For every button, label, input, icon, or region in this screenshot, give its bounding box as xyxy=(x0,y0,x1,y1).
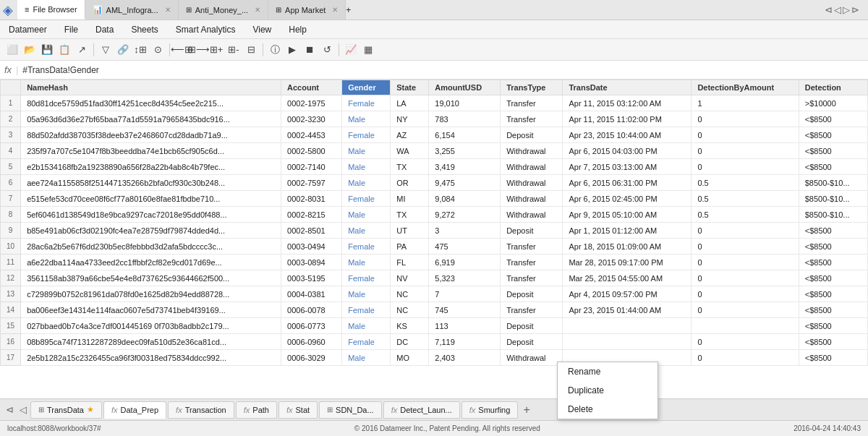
row-number: 3 xyxy=(1,127,21,143)
save-as-button[interactable]: 📋 xyxy=(56,42,72,58)
nav-prev[interactable]: ◁ xyxy=(834,4,841,15)
row-number: 10 xyxy=(1,239,21,255)
revert-button[interactable]: ↺ xyxy=(319,42,335,58)
table-row[interactable]: 5 e2b1534168fb2a19238890a656f28a22b4ab8c… xyxy=(1,159,868,175)
table-row[interactable]: 15 027bbaed0b7c4a3ce7df001445169 0f703b8… xyxy=(1,318,868,334)
table-row[interactable]: 6 aee724a1155858f251447135266b2bfa0cf930… xyxy=(1,175,868,191)
menu-datameer[interactable]: Datameer xyxy=(6,23,50,36)
cell-state: TX xyxy=(391,207,429,223)
data-grid[interactable]: NameHash Account Gender State AmountUSD … xyxy=(0,80,868,398)
nav-first[interactable]: ⊲ xyxy=(825,4,833,15)
cell-amountusd: 7 xyxy=(429,286,501,302)
filter-button[interactable]: ▽ xyxy=(98,42,114,58)
table-row[interactable]: 10 28ac6a2b5e67f6dd230b5ec8febbbd3d2afa5… xyxy=(1,239,868,255)
cell-transtype: Transfer xyxy=(501,111,563,127)
stop-button[interactable]: ⏹ xyxy=(302,42,318,58)
cell-detection: <$8500 xyxy=(799,286,867,302)
toolbar: ⬜ 📂 💾 📋 ↗ ▽ 🔗 ↕⊞ ⊙ ⟵⊞ ⊞⟶ ⊞+ ⊞- ⊟ ⓘ ▶ ⏹ ↺… xyxy=(0,39,868,61)
table-row[interactable]: 16 08b895ca74f71312287289deec09fa510d52e… xyxy=(1,334,868,350)
table-row[interactable]: 11 a6e22dba114aa4733eed2cc1ffbbf2cf82e9c… xyxy=(1,255,868,270)
col-left-button[interactable]: ⟵⊞ xyxy=(174,42,190,58)
col-transtype[interactable]: TransType xyxy=(501,80,563,95)
add-col-button[interactable]: ⊞+ xyxy=(208,42,224,58)
chart-button[interactable]: 📈 xyxy=(343,42,359,58)
open-button[interactable]: 📂 xyxy=(22,42,38,58)
cell-detectionbyamount: 0 xyxy=(692,143,799,159)
cell-transtype: Deposit xyxy=(501,318,563,334)
cell-namehash: 08b895ca74f71312287289deec09fa510d52e36c… xyxy=(21,334,281,350)
tab-close-icon[interactable]: ✕ xyxy=(165,6,171,14)
tab-aml-infogra[interactable]: 📊 AML_Infogra... ✕ xyxy=(85,0,179,20)
col-namehash[interactable]: NameHash xyxy=(21,80,281,95)
cell-detection: <$8500 xyxy=(799,143,867,159)
cell-detection: <$8500 xyxy=(799,159,867,175)
table-row[interactable]: 14 ba006eef3e14314e114faac0607e5d73741be… xyxy=(1,302,868,318)
col-type-button[interactable]: ⊟ xyxy=(243,42,259,58)
cell-detection: <$8500 xyxy=(799,350,867,366)
cell-account: 0006-0773 xyxy=(281,318,342,334)
tab-label: File Browser xyxy=(33,5,77,14)
ctx-duplicate[interactable]: Duplicate xyxy=(558,381,658,398)
add-tab-button[interactable]: + xyxy=(346,5,351,15)
new-button[interactable]: ⬜ xyxy=(4,42,20,58)
cell-state: FL xyxy=(391,255,429,270)
cell-transtype: Withdrawal xyxy=(501,191,563,207)
ctx-rename[interactable]: Rename xyxy=(558,362,658,381)
menu-help[interactable]: Help xyxy=(286,23,310,36)
menu-file[interactable]: File xyxy=(61,23,81,36)
cell-detectionbyamount: 0 xyxy=(692,223,799,239)
tab-label: App Market xyxy=(285,6,326,14)
bar-chart-button[interactable]: ▦ xyxy=(360,42,376,58)
table-row[interactable]: 1 80d81dce5759d51fad30ff14251cec8d4354c5… xyxy=(1,95,868,111)
cell-namehash: c729899b0752c81961da078fd0e1625d82b94edd… xyxy=(21,286,281,302)
cell-detectionbyamount: 0 xyxy=(692,239,799,255)
col-account[interactable]: Account xyxy=(281,80,342,95)
cell-transdate: Apr 6, 2015 04:03:00 PM xyxy=(563,143,692,159)
table-row[interactable]: 2 05a963d6d36e27bf65baa77a1d5591a7965843… xyxy=(1,111,868,127)
row-number: 7 xyxy=(1,191,21,207)
menu-smart-analytics[interactable]: Smart Analytics xyxy=(173,23,239,36)
menu-view[interactable]: View xyxy=(250,23,274,36)
col-gender[interactable]: Gender xyxy=(342,80,391,95)
nav-last[interactable]: ⊳ xyxy=(851,4,859,15)
table-row[interactable]: 17 2e5b1282a15c2326455ca96f3f00318ed7583… xyxy=(1,350,868,366)
row-number: 11 xyxy=(1,255,21,270)
menu-sheets[interactable]: Sheets xyxy=(128,23,161,36)
table-row[interactable]: 8 5ef60461d138549d18e9bca9297cac72018e95… xyxy=(1,207,868,223)
table-row[interactable]: 7 e515efe53cd70cee08f6cf77a80160e8fae81f… xyxy=(1,191,868,207)
cell-detection: <$8500 xyxy=(799,302,867,318)
col-detection[interactable]: Detection xyxy=(799,80,867,95)
settings-button[interactable]: ⊙ xyxy=(150,42,166,58)
cell-state: MO xyxy=(391,350,429,366)
cell-namehash: a6e22dba114aa4733eed2cc1ffbbf2cf82e9cd01… xyxy=(21,255,281,270)
save-button[interactable]: 💾 xyxy=(39,42,55,58)
export-button[interactable]: ↗ xyxy=(74,42,90,58)
table-row[interactable]: 9 b85e491ab06cf3d02190fc4ea7e28759df7987… xyxy=(1,223,868,239)
info-button[interactable]: ⓘ xyxy=(267,42,283,58)
cell-detection: <$8500 xyxy=(799,334,867,350)
sep3 xyxy=(263,43,263,56)
nav-next[interactable]: ▷ xyxy=(843,4,850,15)
menu-data[interactable]: Data xyxy=(93,23,116,36)
col-state[interactable]: State xyxy=(391,80,429,95)
col-right-button[interactable]: ⊞⟶ xyxy=(191,42,207,58)
link-button[interactable]: 🔗 xyxy=(115,42,131,58)
table-row[interactable]: 12 3561158ab3879a66cbe54e4e8d737625c9364… xyxy=(1,270,868,286)
tab-anti-money[interactable]: ⊞ Anti_Money_... ✕ xyxy=(179,0,268,20)
tab-close-icon[interactable]: ✕ xyxy=(255,6,260,14)
sort-button[interactable]: ↕⊞ xyxy=(132,42,148,58)
table-row[interactable]: 13 c729899b0752c81961da078fd0e1625d82b94… xyxy=(1,286,868,302)
tab-file-browser[interactable]: ≡ File Browser xyxy=(17,0,85,20)
col-detectionbyamount[interactable]: DetectionByAmount xyxy=(692,80,799,95)
cell-state: KS xyxy=(391,318,429,334)
col-transdate[interactable]: TransDate xyxy=(563,80,692,95)
tab-close-icon[interactable]: ✕ xyxy=(332,6,338,14)
table-row[interactable]: 3 88d502afdd387035f38deeb37e2468607cd28d… xyxy=(1,127,868,143)
col-amountusd[interactable]: AmountUSD xyxy=(429,80,501,95)
del-col-button[interactable]: ⊞- xyxy=(226,42,242,58)
table-row[interactable]: 4 235f97a707c5e1047f8b3beeddba74e1bcb65c… xyxy=(1,143,868,159)
cell-amountusd: 3,255 xyxy=(429,143,501,159)
tab-app-market[interactable]: ⊞ App Market ✕ xyxy=(268,0,346,20)
play-button[interactable]: ▶ xyxy=(284,42,300,58)
cell-detectionbyamount: 0 xyxy=(692,334,799,350)
